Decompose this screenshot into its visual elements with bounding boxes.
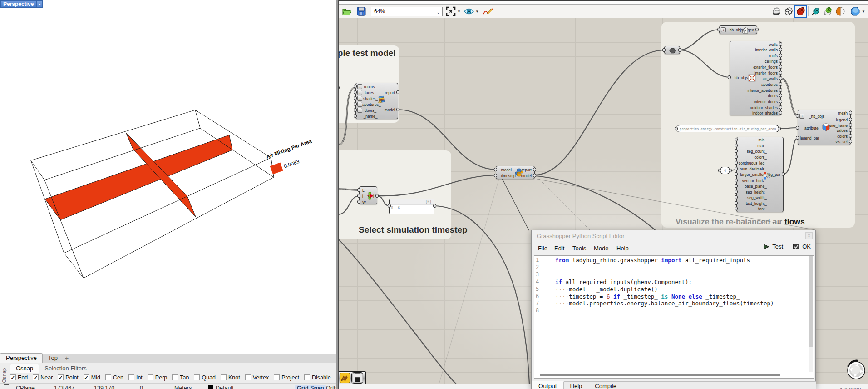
tab-selection-filters[interactable]: Selection Filters	[39, 364, 92, 373]
output-nub[interactable]	[849, 134, 852, 138]
component-deconstruct[interactable]: _hb_objswallsinterior_wallsroofsceilings…	[730, 41, 781, 115]
input-nub[interactable]	[354, 102, 357, 106]
editor-tab-help[interactable]: Help	[564, 382, 589, 389]
checkbox-icon[interactable]	[105, 374, 111, 380]
layer-color-swatch[interactable]	[208, 385, 213, 389]
output-nub[interactable]	[779, 42, 782, 46]
component-color-faces[interactable]: _hb_objs↓_attributelegend_par_meshlegend…	[798, 110, 851, 145]
wire[interactable]	[378, 196, 389, 206]
input-nub[interactable]	[662, 48, 666, 52]
output-nub[interactable]	[849, 118, 852, 121]
solver-toggle-icon[interactable]	[351, 372, 363, 384]
flatten-arrow-icon[interactable]: ↓	[357, 90, 362, 95]
output-nub[interactable]	[533, 168, 536, 171]
flatten-arrow-icon[interactable]: ↓	[357, 108, 362, 113]
input-nub[interactable]	[735, 179, 738, 182]
output-nub[interactable]	[782, 172, 785, 176]
selected-preview-shaded-icon[interactable]	[823, 6, 833, 17]
editor-tab-compile[interactable]: Compile	[588, 382, 623, 389]
input-nub[interactable]	[494, 168, 497, 171]
input-nub[interactable]	[735, 207, 738, 210]
flatten-arrow-icon[interactable]: ↓	[357, 102, 362, 107]
input-nub[interactable]	[357, 200, 360, 204]
osnap-checkbox-tan[interactable]: Tan	[172, 374, 189, 381]
osnap-checkbox-quad[interactable]: Quad	[194, 374, 216, 381]
checkbox-icon[interactable]: ✓	[33, 374, 39, 380]
osnap-checkbox-end[interactable]: ✓End	[10, 374, 28, 381]
input-nub[interactable]	[796, 126, 799, 130]
output-nub[interactable]	[779, 100, 782, 103]
horizontal-scrollbar[interactable]	[540, 374, 780, 376]
sketch-widget-icon[interactable]	[340, 373, 350, 383]
output-nub[interactable]	[849, 111, 852, 115]
viewport-menu-arrow-icon[interactable]: ▼	[36, 0, 43, 8]
menu-help[interactable]: Help	[616, 243, 629, 254]
wire[interactable]	[339, 196, 359, 214]
checkbox-icon[interactable]	[245, 374, 251, 380]
output-nub[interactable]	[849, 123, 852, 127]
checkbox-icon[interactable]	[148, 374, 153, 380]
checkbox-icon[interactable]	[194, 374, 200, 380]
output-nub[interactable]	[755, 28, 759, 31]
input-nub[interactable]	[494, 174, 497, 177]
checkbox-icon[interactable]: ✓	[10, 374, 16, 380]
input-nub[interactable]	[357, 188, 360, 192]
input-nub[interactable]	[354, 85, 357, 88]
capsule-output-nub[interactable]	[778, 127, 781, 130]
osnap-checkbox-int[interactable]: Int	[128, 374, 143, 381]
window-divider[interactable]	[336, 0, 339, 389]
input-nub[interactable]	[354, 114, 357, 118]
input-nub[interactable]	[735, 190, 738, 194]
capsule-input-nub[interactable]	[718, 169, 721, 172]
editor-tab-output[interactable]: Output	[532, 381, 564, 389]
wire[interactable]	[434, 206, 529, 384]
input-nub[interactable]	[735, 172, 738, 176]
panel-output-nub[interactable]	[433, 204, 436, 208]
flatten-arrow-icon[interactable]: ↓	[799, 114, 804, 119]
osnap-checkbox-point[interactable]: ✓Point	[58, 374, 79, 381]
editor-title-bar[interactable]: Grasshopper Python Script Editor x	[532, 230, 815, 241]
checkbox-icon[interactable]	[274, 374, 280, 380]
output-nub[interactable]	[533, 174, 536, 177]
close-icon[interactable]: x	[805, 232, 813, 239]
menu-tools[interactable]: Tools	[572, 243, 586, 254]
preview-custom-icon[interactable]	[835, 6, 846, 17]
wire[interactable]	[439, 178, 499, 384]
preview-eye-icon[interactable]	[464, 6, 474, 17]
component-hb-vis-quick[interactable]: _hb_objs↓geo	[719, 25, 757, 34]
sketch-pencil-icon[interactable]	[483, 6, 493, 17]
output-nub[interactable]	[779, 65, 782, 69]
wire[interactable]	[398, 110, 496, 170]
input-nub[interactable]	[735, 167, 738, 170]
preview-shaded-icon[interactable]	[795, 6, 806, 17]
output-nub[interactable]	[396, 90, 399, 94]
output-nub[interactable]	[779, 71, 782, 75]
wire[interactable]	[539, 179, 590, 230]
output-nub[interactable]	[849, 128, 852, 132]
wire[interactable]	[779, 128, 798, 129]
input-nub[interactable]	[728, 75, 731, 79]
viewport-title-tab[interactable]: Perspective ▼	[0, 0, 43, 8]
output-nub[interactable]	[678, 48, 681, 52]
osnap-checkbox-mid[interactable]: ✓Mid	[84, 374, 100, 381]
add-viewport-icon[interactable]: +	[63, 354, 70, 363]
checkbox-icon[interactable]	[128, 374, 134, 380]
viewport-title-label[interactable]: Perspective	[0, 0, 36, 8]
attribute-capsule[interactable]: properties.energy.construction.air_mixin…	[676, 125, 779, 132]
output-nub[interactable]	[779, 82, 782, 86]
wire[interactable]	[535, 176, 656, 231]
save-file-icon[interactable]	[356, 6, 367, 17]
checkbox-icon[interactable]	[304, 374, 310, 380]
tab-osnap[interactable]: Osnap	[10, 364, 39, 373]
rhino-perspective-viewport[interactable]: 0.0083 Air Mixing Per Area Perspective ▼	[0, 0, 336, 354]
wire[interactable]	[784, 138, 798, 174]
output-nub[interactable]	[396, 108, 399, 111]
preview-off-icon[interactable]	[771, 6, 782, 17]
output-nub[interactable]	[849, 140, 852, 143]
vertical-scrollbar[interactable]	[809, 256, 813, 372]
checkbox-icon[interactable]: ✓	[84, 374, 89, 380]
status-grid-snap[interactable]: Grid Snap	[295, 385, 326, 389]
document-preview-dropdown-icon[interactable]: ▼	[862, 10, 865, 14]
document-preview-icon[interactable]	[850, 6, 861, 17]
output-nub[interactable]	[375, 194, 379, 198]
